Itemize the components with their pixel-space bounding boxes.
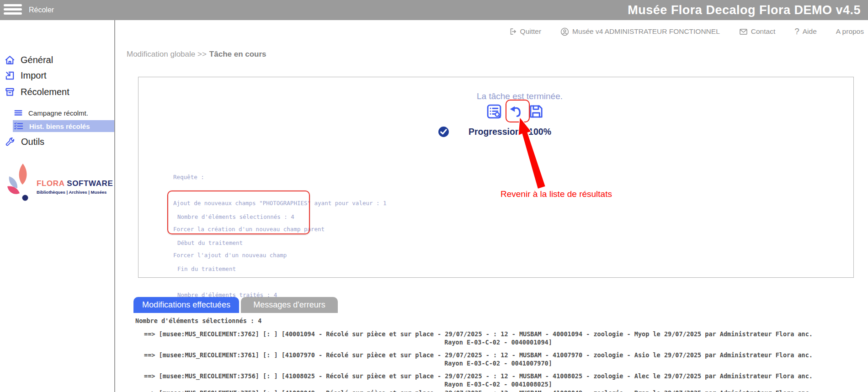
logout-icon [509, 27, 517, 36]
tab-modifications-effectuees[interactable]: Modifications effectuées [133, 297, 239, 313]
sidebar-item-label: Récolement [21, 87, 69, 97]
user-menu[interactable]: Musée v4 ADMINISTRATEUR FONCTIONNEL [560, 27, 720, 36]
user-label: Musée v4 ADMINISTRATEUR FONCTIONNEL [572, 27, 720, 36]
sidebar-item-outils[interactable]: Outils [5, 136, 44, 147]
logo-tagline: Bibliothèques | Archives | Musées [37, 190, 107, 195]
flora-software-wordmark: FLORA SOFTWARE [37, 179, 113, 188]
breadcrumb-current: Tâche en cours [209, 50, 266, 58]
question-mark-icon: ? [794, 26, 799, 37]
sidebar-item-campagne-recolement[interactable]: Campagne récolmt. [14, 109, 88, 117]
user-icon [560, 27, 569, 36]
log-entry-line: ==> [musee:MUS_RECOLEMENT:3753] [: ] [41… [144, 389, 813, 392]
sidebar-item-label: Outils [21, 137, 44, 147]
results-list-button[interactable] [486, 103, 502, 120]
import-icon [5, 70, 15, 81]
annotation-highlight-frame [506, 100, 530, 122]
brand-primary: FLORA [37, 179, 64, 188]
treatment-line: Fin du traitement [177, 265, 294, 273]
quit-link[interactable]: Quitter [509, 27, 542, 36]
sidebar-item-label: Général [21, 55, 53, 65]
sidebar-divider [114, 20, 115, 392]
results-list-icon [486, 104, 502, 119]
flora-software-logo-icon [3, 161, 36, 203]
progress-row: Progression : 100% [438, 126, 551, 138]
log-summary: Nombre d'éléments sélectionnés : 4 [135, 317, 261, 324]
module-label: Récoler [29, 6, 54, 14]
application-window: Récoler Musée Flora Decalog Flora DEMO v… [0, 0, 868, 392]
archive-box-icon [5, 87, 15, 97]
breadcrumb: Modification globale >>Tâche en cours [127, 50, 266, 59]
log-entry-line: ==> [musee:MUS_RECOLEMENT:3756] [: ] [41… [144, 372, 813, 380]
tab-messages-erreurs[interactable]: Messages d'erreurs [241, 297, 338, 313]
treatment-line: Début du traitement [177, 238, 294, 247]
contact-link[interactable]: Contact [739, 27, 775, 36]
hamburger-menu-icon[interactable] [4, 4, 22, 16]
sidebar-item-import[interactable]: Import [5, 70, 47, 81]
help-label: Aide [803, 27, 817, 36]
top-bar: Récoler Musée Flora Decalog Flora DEMO v… [0, 0, 868, 20]
home-icon [5, 55, 15, 65]
app-title: Musée Flora Decalog Flora DEMO v4.5 [628, 3, 861, 17]
sidebar-item-label: Campagne récolmt. [28, 109, 88, 117]
save-button[interactable] [528, 103, 544, 120]
mail-icon [739, 28, 748, 36]
sidebar-item-label: Import [21, 70, 47, 81]
breadcrumb-path: Modification globale >> [127, 50, 207, 58]
sidebar-item-label: Hist. biens récolés [29, 122, 90, 130]
sidebar: Général Import Récolement Campagne récol… [0, 20, 115, 392]
tab-label: Messages d'erreurs [253, 300, 325, 310]
brand-secondary: SOFTWARE [64, 179, 113, 188]
log-entry-line: ==> [musee:MUS_RECOLEMENT:3761] [: ] [41… [144, 351, 813, 359]
quit-label: Quitter [520, 27, 542, 36]
log-entry-line: Rayon E-03-C-02 - 0041007970] [143, 360, 854, 367]
progress-label: Progression : 100% [469, 127, 551, 137]
sidebar-item-general[interactable]: Général [5, 55, 53, 65]
wrench-icon [5, 136, 16, 147]
list-lines-icon [14, 109, 23, 117]
sidebar-item-recolement[interactable]: Récolement [5, 87, 69, 97]
sidebar-item-hist-biens-recoles[interactable]: Hist. biens récolés [13, 120, 114, 132]
save-floppy-icon [528, 104, 544, 119]
about-link[interactable]: A propos [836, 27, 864, 36]
header-links: Quitter Musée v4 ADMINISTRATEUR FONCTION… [411, 26, 864, 37]
contact-label: Contact [751, 27, 775, 36]
log-entry-line: Rayon E-03-C-02 - 0040001094] [143, 339, 854, 346]
log-entry-line: ==> [musee:MUS_RECOLEMENT:3762] [: ] [40… [144, 330, 813, 338]
query-line: Requête : [173, 173, 387, 181]
help-link[interactable]: ? Aide [794, 26, 817, 37]
annotation-label: Revenir à la liste de résultats [501, 189, 612, 199]
about-label: A propos [836, 27, 864, 36]
log-entry-line: Rayon E-03-C-02 - 0041008025] [143, 381, 854, 388]
checklist-icon [14, 122, 24, 131]
treatment-line: Nombre d'éléments sélectionnés : 4 [177, 212, 294, 221]
check-circle-icon [438, 126, 449, 138]
tab-label: Modifications effectuées [142, 300, 230, 310]
